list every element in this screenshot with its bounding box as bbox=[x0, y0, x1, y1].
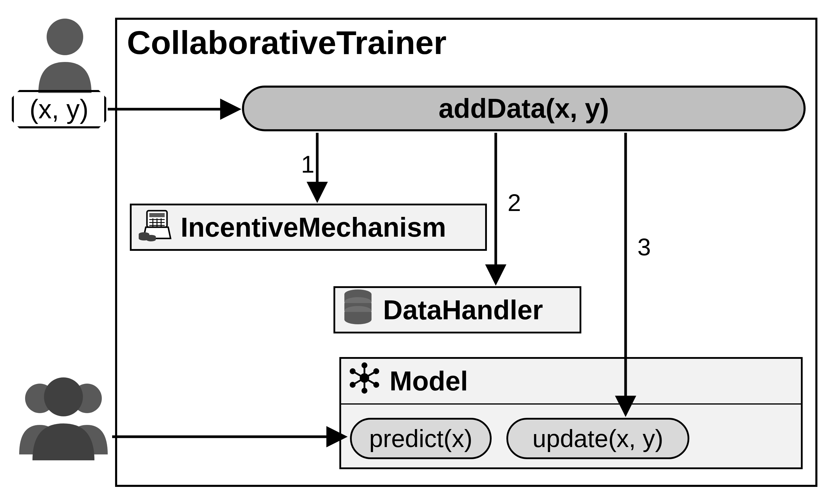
svg-point-29 bbox=[350, 382, 356, 388]
users-group-icon bbox=[16, 372, 111, 460]
data-handler-box: DataHandler bbox=[334, 286, 581, 333]
network-icon bbox=[348, 362, 381, 401]
add-data-method: addData(x, y) bbox=[242, 85, 805, 131]
svg-point-25 bbox=[361, 362, 367, 368]
data-handler-label: DataHandler bbox=[383, 294, 543, 326]
step-2-label: 2 bbox=[508, 189, 521, 217]
svg-point-30 bbox=[350, 368, 356, 374]
svg-point-27 bbox=[373, 382, 379, 388]
database-icon bbox=[342, 288, 374, 332]
model-header: Model bbox=[341, 359, 801, 405]
input-label: (x, y) bbox=[30, 94, 89, 124]
diagram-stage: CollaborativeTrainer (x, y) addData(x, y… bbox=[0, 0, 836, 504]
input-bubble: (x, y) bbox=[12, 90, 106, 128]
add-data-label: addData(x, y) bbox=[438, 93, 609, 124]
svg-point-14 bbox=[146, 238, 156, 241]
model-label: Model bbox=[390, 366, 468, 396]
step-1-label: 1 bbox=[301, 151, 315, 178]
incentive-mechanism-box: IncentiveMechanism bbox=[130, 203, 487, 251]
step-3-label: 3 bbox=[638, 233, 651, 261]
incentive-label: IncentiveMechanism bbox=[180, 212, 446, 243]
svg-point-0 bbox=[46, 19, 83, 55]
svg-point-26 bbox=[373, 368, 379, 374]
svg-rect-2 bbox=[149, 213, 165, 217]
container-title: CollaborativeTrainer bbox=[127, 24, 446, 62]
svg-point-28 bbox=[361, 388, 367, 394]
model-box: Model predict(x) update(x, y) bbox=[339, 357, 803, 469]
predict-method: predict(x) bbox=[350, 418, 492, 459]
svg-point-33 bbox=[44, 377, 83, 416]
predict-label: predict(x) bbox=[369, 424, 472, 453]
svg-point-24 bbox=[360, 373, 369, 383]
update-label: update(x, y) bbox=[532, 424, 663, 453]
cash-register-icon bbox=[137, 207, 172, 248]
single-user-icon bbox=[35, 16, 94, 93]
update-method: update(x, y) bbox=[506, 418, 689, 459]
